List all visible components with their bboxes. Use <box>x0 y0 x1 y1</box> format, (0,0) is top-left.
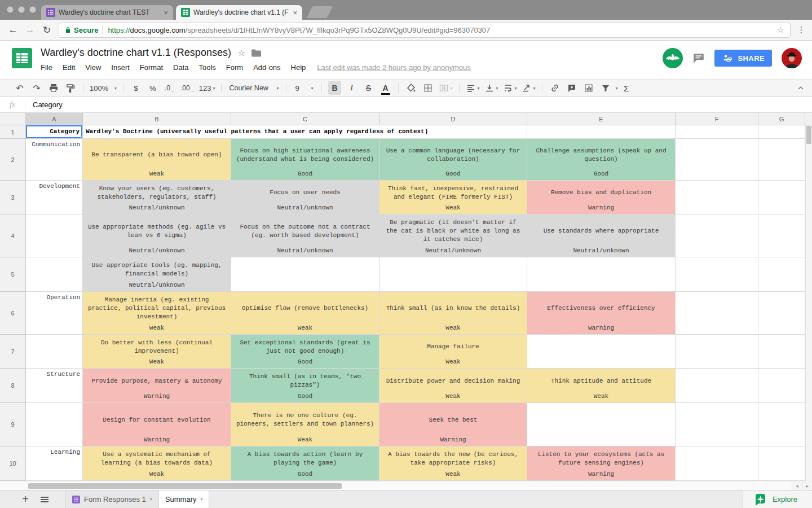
cell-A4[interactable] <box>26 214 83 257</box>
format-percent-button[interactable]: % <box>147 81 159 95</box>
insert-chart-icon[interactable] <box>582 81 595 95</box>
text-color-button[interactable]: A <box>379 81 392 95</box>
functions-button[interactable]: Σ <box>620 81 633 95</box>
insert-comment-icon[interactable] <box>566 81 578 95</box>
cell-F7[interactable] <box>676 335 758 369</box>
cell-C8[interactable]: Think small (as in teams, "two pizzas")G… <box>231 369 379 403</box>
cell-E10[interactable]: Listen to your ecosystems (acts as futur… <box>527 446 676 481</box>
font-family-select[interactable]: Courier New▾ <box>228 81 280 95</box>
move-folder-icon[interactable] <box>251 49 261 57</box>
strikethrough-button[interactable]: S <box>363 81 375 95</box>
cell-G7[interactable] <box>758 335 805 369</box>
select-all-corner[interactable] <box>0 113 26 125</box>
horizontal-align-icon[interactable]: ▾ <box>466 81 480 95</box>
menu-help[interactable]: Help <box>286 63 311 72</box>
cell-D4[interactable]: Be pragmatic (it doesn't matter if the c… <box>379 214 527 257</box>
formula-bar[interactable]: fx Category <box>0 97 812 113</box>
text-rotation-icon[interactable]: ▾ <box>522 81 536 95</box>
cell-B6[interactable]: Manage inertia (eg. existing practice, p… <box>83 292 231 335</box>
number-format-select[interactable]: 123▾ <box>199 81 215 95</box>
format-currency-button[interactable]: $ <box>130 81 142 95</box>
window-minimize-button[interactable] <box>18 6 25 13</box>
collapse-toolbar-icon[interactable] <box>797 85 804 93</box>
cell-C10[interactable]: A bias towards action (learn by playing … <box>231 446 379 481</box>
cell-E5[interactable] <box>527 257 676 292</box>
filter-icon[interactable] <box>599 81 612 95</box>
cell-G3[interactable] <box>758 181 805 214</box>
explore-button[interactable]: Explore <box>743 491 812 508</box>
cell-F5[interactable] <box>676 257 758 292</box>
cell-C7[interactable]: Set exceptional standards (great is just… <box>231 335 379 369</box>
row-header-4[interactable]: 4 <box>0 214 26 257</box>
cell-E2[interactable]: Challenge assumptions (speak up and ques… <box>527 139 676 181</box>
column-header-D[interactable]: D <box>379 113 527 125</box>
doc-title[interactable]: Wardley's doctrine chart v1.1 (Responses… <box>41 47 231 59</box>
cell-E6[interactable]: Effectiveness over efficiencyWarning <box>527 292 676 335</box>
menu-file[interactable]: File <box>41 63 58 72</box>
window-zoom-button[interactable] <box>29 6 36 13</box>
column-header-G[interactable]: G <box>758 113 805 125</box>
selection-fill-handle[interactable] <box>81 137 83 139</box>
all-sheets-icon[interactable] <box>35 491 54 508</box>
zoom-select[interactable]: 100%▾ <box>90 81 117 95</box>
undo-icon[interactable]: ↶ <box>14 81 26 95</box>
cell-G9[interactable] <box>758 403 805 446</box>
column-header-E[interactable]: E <box>527 113 676 125</box>
cell-E4[interactable]: Use standards where appropriateNeutral/u… <box>527 214 676 257</box>
menu-edit[interactable]: Edit <box>58 63 80 72</box>
cell-D10[interactable]: A bias towards the new (be curious, take… <box>379 446 527 481</box>
cell-A6[interactable]: Operation <box>26 292 83 335</box>
cell-A8[interactable]: Structure <box>26 369 83 403</box>
cell-F2[interactable] <box>676 139 758 181</box>
row-header-1[interactable]: 1 <box>0 125 26 139</box>
increase-decimal-button[interactable]: .00→ <box>180 81 195 95</box>
url-bar[interactable]: Secure https://docs.google.com/spreadshe… <box>59 23 791 38</box>
cell-F6[interactable] <box>676 292 758 335</box>
share-button[interactable]: SHARE <box>714 50 772 67</box>
cell-B1[interactable]: Wardley's Doctrine (universally useful p… <box>83 125 527 139</box>
browser-menu-icon[interactable]: ⋮ <box>795 25 807 35</box>
browser-tab-inactive[interactable]: Wardley's doctrine chart TEST × <box>41 5 173 20</box>
cell-D2[interactable]: Use a common language (necessary for col… <box>379 139 527 181</box>
italic-button[interactable]: I <box>346 81 358 95</box>
cell-C5[interactable] <box>231 257 379 292</box>
new-tab-button[interactable] <box>307 6 333 18</box>
cell-C6[interactable]: Optimise flow (remove bottlenecks)Weak <box>231 292 379 335</box>
cell-D5[interactable] <box>379 257 527 292</box>
sheets-logo-icon[interactable] <box>12 48 32 68</box>
chevron-down-icon[interactable]: ▾ <box>616 86 618 91</box>
scroll-left-icon[interactable]: ◂ <box>792 481 802 490</box>
text-wrap-icon[interactable]: ▾ <box>503 81 517 95</box>
row-header-8[interactable]: 8 <box>0 369 26 403</box>
window-close-button[interactable] <box>7 6 14 13</box>
cell-F8[interactable] <box>676 369 758 403</box>
cell-E3[interactable]: Remove bias and duplicationWarning <box>527 181 676 214</box>
cell-C2[interactable]: Focus on high situational awareness (und… <box>231 139 379 181</box>
cell-F4[interactable] <box>676 214 758 257</box>
vertical-scrollbar[interactable] <box>805 125 812 481</box>
chevron-down-icon[interactable]: ▾ <box>150 497 152 502</box>
sheet-tab-summary[interactable]: Summary ▾ <box>159 491 210 508</box>
menu-format[interactable]: Format <box>135 63 168 72</box>
menu-data[interactable]: Data <box>168 63 193 72</box>
cell-C4[interactable]: Focus on the outcome not a contract (eg.… <box>231 214 379 257</box>
cell-A10[interactable]: Learning <box>26 446 83 481</box>
close-tab-icon[interactable]: × <box>293 9 297 16</box>
vertical-scrollbar-thumb[interactable] <box>806 126 811 144</box>
add-sheet-button[interactable]: + <box>16 491 35 508</box>
cell-F3[interactable] <box>676 181 758 214</box>
cell-B3[interactable]: Know your users (eg. customers, stakehol… <box>83 181 231 214</box>
cell-B10[interactable]: Use a systematic mechanism of learning (… <box>83 446 231 481</box>
close-tab-icon[interactable]: × <box>164 9 168 16</box>
cell-F10[interactable] <box>676 446 758 481</box>
menu-addons[interactable]: Add-ons <box>248 63 285 72</box>
cell-E7[interactable] <box>527 335 676 369</box>
cell-D7[interactable]: Manage failureWeak <box>379 335 527 369</box>
cell-G5[interactable] <box>758 257 805 292</box>
cell-D8[interactable]: Distribute power and decision makingWeak <box>379 369 527 403</box>
cell-B4[interactable]: Use appropriate methods (eg. agile vs le… <box>83 214 231 257</box>
fill-color-icon[interactable] <box>405 81 417 95</box>
menu-form[interactable]: Form <box>221 63 248 72</box>
cell-D9[interactable]: Seek the bestWarning <box>379 403 527 446</box>
cell-C9[interactable]: There is no one culture (eg. pioneers, s… <box>231 403 379 446</box>
